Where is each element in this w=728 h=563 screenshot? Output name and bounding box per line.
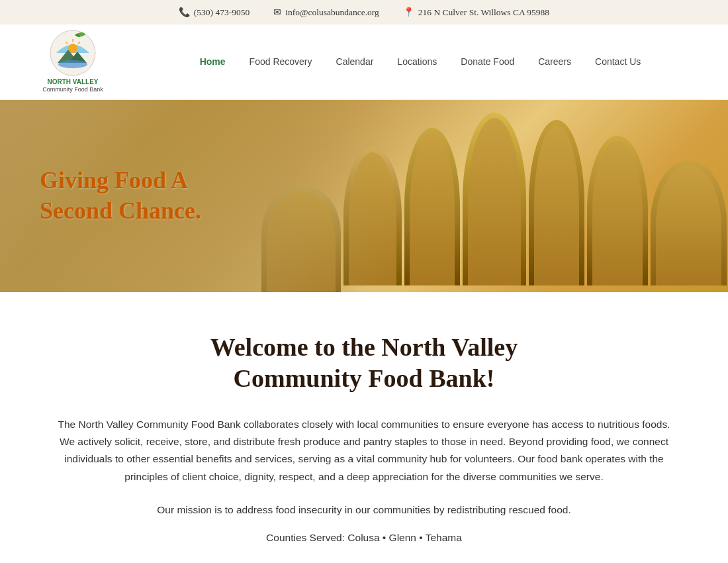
nav-item-careers[interactable]: Careers [526,51,583,72]
address-text: 216 N Culver St. Willows CA 95988 [418,7,549,18]
email-address: info@colusabundance.org [285,7,379,18]
email-icon: ✉ [273,7,281,18]
main-nav: Home Food Recovery Calendar Locations Do… [139,51,702,72]
bread-slice-5 [529,120,584,285]
top-bar: 📞 (530) 473-9050 ✉ info@colusabundance.o… [0,0,728,25]
nav-item-home[interactable]: Home [188,51,238,72]
counties-text: Counties Served: Colusa • Glenn • Tehama [53,532,675,544]
logo-svg [50,30,96,76]
phone-icon: 📞 [179,7,190,18]
hero-headline-line1: Giving Food A [40,165,201,196]
bread-slice-6 [587,136,648,285]
main-content: Welcome to the North ValleyCommunity Foo… [0,292,728,563]
nav-item-donate-food[interactable]: Donate Food [449,51,526,72]
hero-text: Giving Food A Second Chance. [40,165,201,227]
nav-item-food-recovery[interactable]: Food Recovery [238,51,324,72]
logo-area: NORTH VALLEY Community Food Bank [26,30,119,94]
nav-item-contact[interactable]: Contact Us [583,51,653,72]
nav-item-locations[interactable]: Locations [385,51,449,72]
phone-item: 📞 (530) 473-9050 [179,7,250,18]
phone-number: (530) 473-9050 [194,7,250,18]
logo-text: NORTH VALLEY Community Food Bank [42,77,103,94]
location-icon: 📍 [403,7,414,18]
bread-slice-7 [651,160,727,285]
welcome-title: Welcome to the North ValleyCommunity Foo… [53,332,675,395]
bread-slice-3 [404,128,460,285]
nav-item-calendar[interactable]: Calendar [324,51,386,72]
bread-slice-4 [463,113,526,285]
header: NORTH VALLEY Community Food Bank Home Fo… [0,25,728,100]
address-item: 📍 216 N Culver St. Willows CA 95988 [403,7,549,18]
description-text: The North Valley Community Food Bank col… [53,416,675,486]
logo-org-subtitle: Community Food Bank [42,86,103,94]
hero-section: Giving Food A Second Chance. [0,100,728,292]
mission-text: Our mission is to address food insecurit… [53,504,675,516]
hero-background: Giving Food A Second Chance. [0,100,728,292]
email-item: ✉ info@colusabundance.org [273,7,379,18]
svg-point-7 [58,60,87,68]
hero-headline-line2: Second Chance. [40,196,201,227]
logo-org-name: NORTH VALLEY [42,77,103,86]
